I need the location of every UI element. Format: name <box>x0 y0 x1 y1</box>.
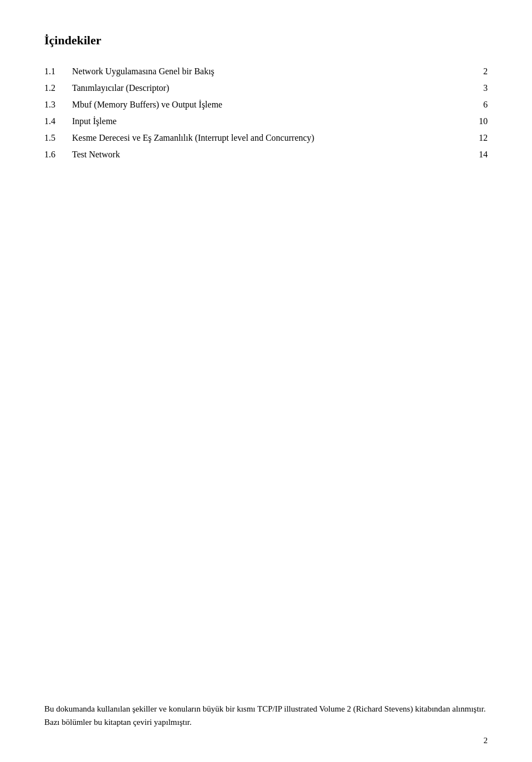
toc-title: İçindekiler <box>44 33 488 48</box>
toc-item-number: 1.6 <box>44 146 72 163</box>
toc-row: 1.6Test Network14 <box>44 146 488 163</box>
toc-item-label: Tanımlayıcılar (Descriptor) <box>72 80 466 96</box>
page: İçindekiler 1.1Network Uygulamasına Gene… <box>0 0 532 762</box>
toc-table: 1.1Network Uygulamasına Genel bir Bakış2… <box>44 63 488 163</box>
toc-item-number: 1.3 <box>44 96 72 113</box>
toc-item-number: 1.1 <box>44 63 72 80</box>
toc-item-page: 3 <box>466 80 488 96</box>
toc-row: 1.5Kesme Derecesi ve Eş Zamanlılık (Inte… <box>44 130 488 146</box>
toc-item-page: 2 <box>466 63 488 80</box>
toc-item-label: Mbuf (Memory Buffers) ve Output İşleme <box>72 96 466 113</box>
toc-item-page: 12 <box>466 130 488 146</box>
toc-row: 1.4Input İşleme10 <box>44 113 488 130</box>
toc-item-page: 6 <box>466 96 488 113</box>
toc-item-number: 1.5 <box>44 130 72 146</box>
toc-row: 1.2Tanımlayıcılar (Descriptor)3 <box>44 80 488 96</box>
toc-item-page: 10 <box>466 113 488 130</box>
toc-item-number: 1.2 <box>44 80 72 96</box>
toc-item-label: Kesme Derecesi ve Eş Zamanlılık (Interru… <box>72 130 466 146</box>
toc-item-number: 1.4 <box>44 113 72 130</box>
footer-text: Bu dokumanda kullanılan şekiller ve konu… <box>44 702 488 729</box>
page-number: 2 <box>484 736 488 745</box>
toc-row: 1.3Mbuf (Memory Buffers) ve Output İşlem… <box>44 96 488 113</box>
toc-item-page: 14 <box>466 146 488 163</box>
toc-item-label: Network Uygulamasına Genel bir Bakış <box>72 63 466 80</box>
toc-row: 1.1Network Uygulamasına Genel bir Bakış2 <box>44 63 488 80</box>
toc-item-label: Test Network <box>72 146 466 163</box>
toc-item-label: Input İşleme <box>72 113 466 130</box>
